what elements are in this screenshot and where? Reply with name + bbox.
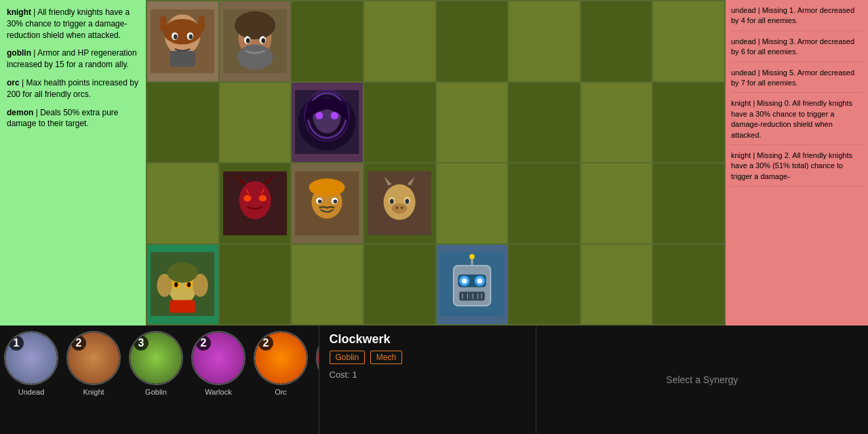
board-cell-3-2[interactable] (292, 245, 363, 325)
board-cell-1-0[interactable] (147, 83, 218, 163)
board-cell-0-3[interactable] (364, 1, 435, 81)
svg-point-44 (392, 203, 408, 214)
svg-point-24 (331, 112, 338, 119)
board-cell-2-5[interactable] (509, 163, 580, 243)
board-cell-2-4[interactable] (437, 163, 508, 243)
board-cell-2-7[interactable] (653, 163, 724, 243)
synergy-orc[interactable]: 2 Orc (254, 331, 308, 396)
hero-cost: Cost: 1 (330, 370, 526, 380)
board-cell-1-6[interactable] (581, 83, 652, 163)
svg-rect-67 (459, 292, 485, 301)
svg-rect-3 (160, 16, 166, 32)
demon-description: demon | Deals 50% extra pure damage to t… (7, 107, 139, 130)
svg-point-43 (406, 199, 410, 204)
board-cell-0-2[interactable] (292, 1, 363, 81)
svg-point-63 (462, 279, 467, 284)
board-cell-3-6[interactable] (581, 245, 652, 325)
board-cell-2-0[interactable] (147, 163, 218, 243)
svg-point-7 (174, 34, 178, 39)
board-cell-0-1[interactable] (220, 1, 291, 81)
svg-point-39 (384, 184, 416, 220)
log-item-1: undead | Missing 1. Armor decreased by 4… (731, 5, 863, 31)
log-item-4: knight | Missing 0. All friendly knights… (731, 98, 863, 145)
board-cell-3-1[interactable] (220, 245, 291, 325)
board-cell-1-3[interactable] (364, 83, 435, 163)
board-cell-0-7[interactable] (653, 1, 724, 81)
tag-mech: Mech (370, 351, 402, 364)
board-cell-0-5[interactable] (509, 1, 580, 81)
synergy-warlock[interactable]: 2 Warlock (191, 331, 245, 396)
svg-point-42 (390, 199, 394, 204)
svg-point-46 (401, 206, 403, 209)
svg-rect-55 (170, 300, 195, 313)
svg-point-45 (396, 206, 399, 209)
tag-goblin: Goblin (330, 351, 366, 364)
svg-point-27 (243, 195, 251, 201)
board-cell-2-2[interactable] (292, 163, 363, 243)
svg-point-53 (174, 282, 178, 288)
svg-point-12 (235, 11, 275, 39)
board-cell-2-6[interactable] (581, 163, 652, 243)
log-item-3: undead | Missing 5. Armor decreased by 7… (731, 68, 863, 94)
svg-point-16 (261, 38, 265, 43)
svg-point-64 (477, 279, 482, 284)
synergy-log-panel: undead | Missing 1. Armor decreased by 4… (726, 0, 868, 326)
synergy-goblin[interactable]: 3 Goblin (129, 331, 183, 396)
board-cell-1-5[interactable] (509, 83, 580, 163)
synergy-descriptions-panel: knight | All friendly knights have a 30%… (0, 0, 146, 326)
svg-point-36 (318, 199, 322, 203)
svg-point-56 (167, 262, 198, 283)
log-item-5: knight | Missing 2. All friendly knights… (731, 151, 863, 186)
synergy-knight[interactable]: 2 Knight (66, 331, 121, 396)
svg-point-37 (334, 199, 338, 203)
board-cell-1-7[interactable] (653, 83, 724, 163)
goblin-description: goblin | Armor and HP regeneration incre… (7, 47, 139, 71)
selected-hero-info: Clockwerk Goblin Mech Cost: 1 (319, 326, 536, 434)
synergy-bar: 1 Undead 2 (0, 326, 319, 434)
svg-rect-4 (199, 16, 205, 32)
hero-tags: Goblin Mech (330, 351, 526, 367)
board-cell-3-4[interactable] (437, 245, 508, 325)
svg-point-8 (189, 34, 193, 39)
log-item-2: undead | Missing 3. Armor decreased by 6… (731, 37, 863, 62)
board-cell-3-3[interactable] (364, 245, 435, 325)
synergy-undead[interactable]: 1 Undead (4, 331, 58, 396)
svg-point-26 (239, 181, 271, 219)
svg-point-2 (163, 19, 201, 45)
svg-point-28 (259, 195, 267, 201)
board-cell-0-4[interactable] (437, 1, 508, 81)
svg-rect-9 (170, 51, 195, 67)
svg-point-66 (469, 254, 475, 260)
knight-description: knight | All friendly knights have a 30%… (7, 7, 139, 41)
synergy-placeholder: Select a Synergy (666, 374, 738, 385)
svg-point-33 (309, 178, 345, 196)
board-cell-3-7[interactable] (653, 245, 724, 325)
board-cell-1-4[interactable] (437, 83, 508, 163)
board-cell-3-5[interactable] (509, 245, 580, 325)
hero-name: Clockwerk (330, 332, 526, 347)
board-cell-0-6[interactable] (581, 1, 652, 81)
game-board (146, 0, 726, 326)
board-cell-1-2[interactable] (292, 83, 363, 163)
svg-point-23 (316, 112, 323, 119)
svg-point-54 (187, 282, 191, 288)
svg-point-15 (246, 38, 250, 43)
svg-point-17 (237, 44, 273, 70)
board-cell-2-1[interactable] (220, 163, 291, 243)
board-cell-0-0[interactable] (147, 1, 218, 81)
board-cell-3-0[interactable] (147, 245, 218, 325)
board-cell-2-3[interactable] (364, 163, 435, 243)
board-cell-1-1[interactable] (220, 83, 291, 163)
orc-description: orc | Max health points increased by 200… (7, 77, 139, 100)
synergy-detail-panel: Select a Synergy (536, 326, 869, 434)
